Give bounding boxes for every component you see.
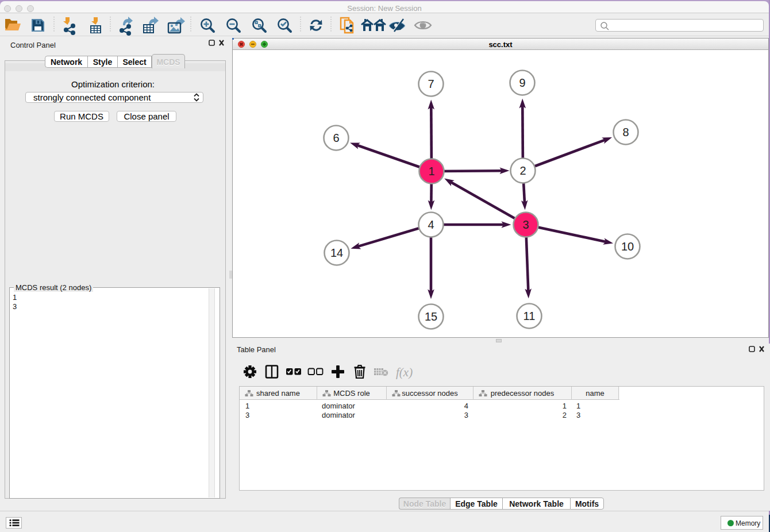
svg-text:4: 4 [428,218,434,231]
svg-text:6: 6 [333,132,339,144]
svg-text:2: 2 [519,164,526,177]
svg-text:8: 8 [622,126,629,138]
svg-text:11: 11 [523,310,536,322]
svg-text:7: 7 [428,78,434,90]
svg-text:14: 14 [330,246,343,259]
svg-text:f(x): f(x) [396,365,413,379]
svg-text:3: 3 [522,218,529,231]
svg-text:1: 1 [428,165,434,178]
svg-text:10: 10 [621,240,634,253]
svg-text:15: 15 [425,310,437,323]
svg-text:9: 9 [519,76,525,89]
